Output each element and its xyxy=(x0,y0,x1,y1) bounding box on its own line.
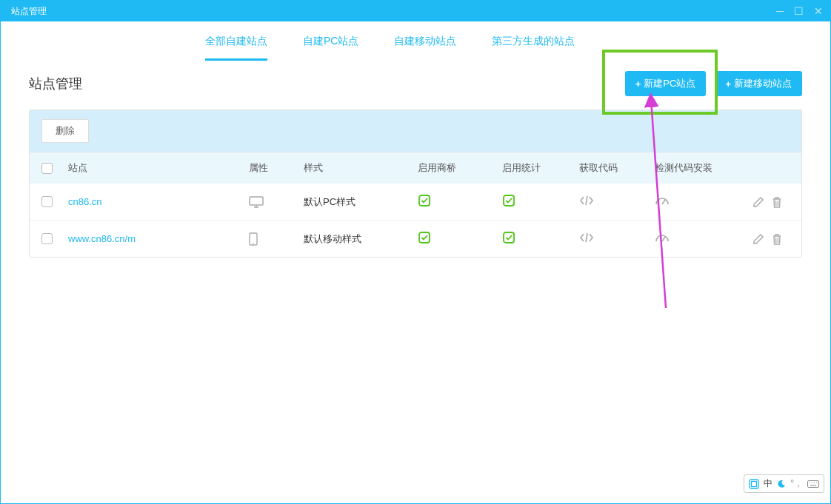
tab-mobile-sites[interactable]: 自建移动站点 xyxy=(394,35,456,61)
tab-thirdparty-sites[interactable]: 第三方生成的站点 xyxy=(492,35,575,61)
title-bar: 站点管理 ─ ☐ ✕ xyxy=(1,1,830,21)
trash-icon[interactable] xyxy=(772,233,782,245)
style-cell: 默认PC样式 xyxy=(304,195,418,209)
ime-logo-icon xyxy=(749,479,759,489)
header-code: 获取代码 xyxy=(579,161,655,175)
check-icon[interactable] xyxy=(502,194,515,207)
new-mobile-site-button[interactable]: + 新建移动站点 xyxy=(715,71,802,96)
maximize-icon[interactable]: ☐ xyxy=(794,6,804,16)
desktop-icon xyxy=(249,196,264,208)
gauge-icon[interactable] xyxy=(655,232,670,243)
window-controls: ─ ☐ ✕ xyxy=(776,6,823,16)
table-header: 站点 属性 样式 启用商桥 启用统计 获取代码 检测代码安装 xyxy=(30,152,801,184)
site-table-panel: 删除 站点 属性 样式 启用商桥 启用统计 获取代码 检测代码安装 cn86.c… xyxy=(29,110,802,258)
select-all-checkbox[interactable] xyxy=(41,163,53,174)
new-pc-site-button[interactable]: + 新建PC站点 xyxy=(625,71,707,96)
header-attr: 属性 xyxy=(249,161,304,175)
svg-line-5 xyxy=(662,200,665,204)
check-icon[interactable] xyxy=(502,231,515,244)
svg-rect-0 xyxy=(250,197,263,205)
minimize-icon[interactable]: ─ xyxy=(776,6,784,16)
plus-icon: + xyxy=(725,78,731,90)
edit-icon[interactable] xyxy=(752,233,764,245)
header-bridge: 启用商桥 xyxy=(418,161,502,175)
plus-icon: + xyxy=(635,78,641,90)
svg-rect-12 xyxy=(750,480,758,488)
svg-rect-4 xyxy=(504,195,514,206)
gauge-icon[interactable] xyxy=(655,195,670,206)
moon-icon[interactable] xyxy=(777,480,786,488)
svg-rect-14 xyxy=(808,480,819,487)
header-site: 站点 xyxy=(68,161,249,175)
svg-rect-3 xyxy=(419,195,430,206)
ime-toolbar[interactable]: 中 °， xyxy=(744,474,824,493)
svg-rect-13 xyxy=(752,481,757,486)
window-title: 站点管理 xyxy=(11,5,47,18)
panel-toolbar: 删除 xyxy=(30,110,801,152)
row-checkbox[interactable] xyxy=(41,196,53,207)
code-icon[interactable] xyxy=(579,232,594,243)
header-style: 样式 xyxy=(304,161,418,175)
tab-all-sites[interactable]: 全部自建站点 xyxy=(205,35,267,61)
table-row: cn86.cn 默认PC样式 xyxy=(30,184,801,221)
ime-lang[interactable]: 中 xyxy=(764,477,772,490)
new-mobile-site-label: 新建移动站点 xyxy=(734,77,792,90)
check-icon[interactable] xyxy=(418,194,431,207)
svg-point-7 xyxy=(253,243,254,244)
header-stats: 启用统计 xyxy=(502,161,579,175)
page-title: 站点管理 xyxy=(29,75,82,93)
close-icon[interactable]: ✕ xyxy=(814,6,823,16)
trash-icon[interactable] xyxy=(772,196,782,208)
delete-button[interactable]: 删除 xyxy=(41,119,89,143)
check-icon[interactable] xyxy=(418,231,431,244)
code-icon[interactable] xyxy=(579,195,594,206)
site-link[interactable]: cn86.cn xyxy=(68,196,102,207)
row-checkbox[interactable] xyxy=(41,233,53,244)
table-row: www.cn86.cn/m 默认移动样式 xyxy=(30,221,801,257)
svg-rect-9 xyxy=(504,232,514,243)
ime-punct-icon[interactable]: °， xyxy=(790,477,803,490)
tab-bar: 全部自建站点 自建PC站点 自建移动站点 第三方生成的站点 xyxy=(8,35,823,61)
header-detect: 检测代码安装 xyxy=(655,161,745,175)
mobile-icon xyxy=(249,232,258,246)
svg-rect-8 xyxy=(419,232,430,243)
svg-line-10 xyxy=(662,237,665,241)
new-pc-site-label: 新建PC站点 xyxy=(644,77,695,90)
tab-pc-sites[interactable]: 自建PC站点 xyxy=(303,35,358,61)
keyboard-icon[interactable] xyxy=(807,480,819,488)
site-link[interactable]: www.cn86.cn/m xyxy=(68,233,136,244)
style-cell: 默认移动样式 xyxy=(304,232,418,246)
edit-icon[interactable] xyxy=(752,196,764,208)
